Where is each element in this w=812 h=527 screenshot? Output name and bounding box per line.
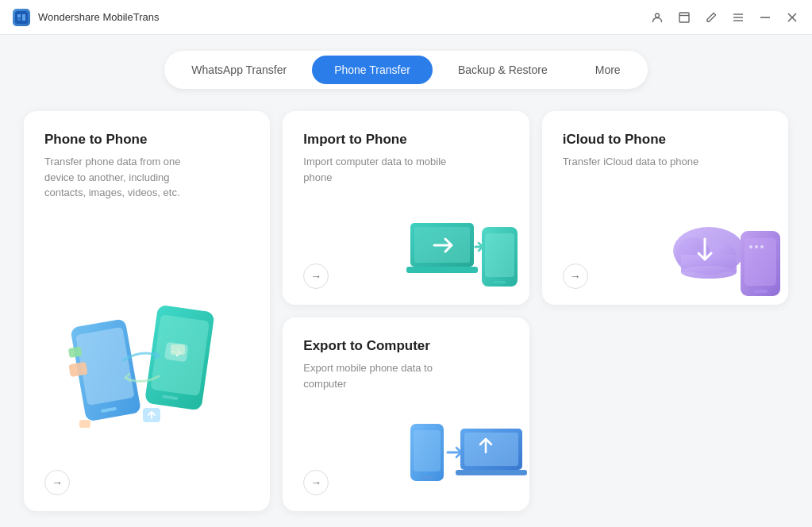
card-phone-to-phone-desc: Transfer phone data from one device to a… bbox=[44, 154, 187, 201]
titlebar-controls bbox=[650, 10, 799, 25]
card-export-arrow[interactable]: → bbox=[303, 470, 329, 495]
svg-rect-40 bbox=[414, 430, 441, 471]
card-export-title: Export to Computer bbox=[303, 338, 508, 354]
import-illustration bbox=[402, 211, 521, 298]
svg-rect-20 bbox=[79, 420, 90, 428]
tab-backup[interactable]: Backup & Restore bbox=[436, 56, 570, 84]
card-icloud-to-phone[interactable]: iCloud to Phone Transfer iCloud data to … bbox=[542, 111, 788, 305]
svg-rect-44 bbox=[456, 470, 527, 475]
svg-rect-19 bbox=[171, 344, 185, 355]
card-icloud-desc: Transfer iCloud data to phone bbox=[563, 154, 706, 170]
card-import-arrow[interactable]: → bbox=[303, 264, 329, 289]
window-icon[interactable] bbox=[677, 10, 691, 25]
svg-rect-24 bbox=[406, 267, 478, 273]
app-icon bbox=[13, 9, 30, 26]
phone-to-phone-illustration bbox=[40, 281, 262, 464]
icloud-illustration bbox=[665, 211, 784, 298]
card-icloud-title: iCloud to Phone bbox=[563, 132, 768, 148]
svg-point-37 bbox=[755, 245, 758, 248]
svg-rect-2 bbox=[679, 13, 689, 22]
card-phone-to-phone[interactable]: Phone to Phone Transfer phone data from … bbox=[24, 111, 270, 511]
card-phone-to-phone-arrow[interactable]: → bbox=[44, 470, 70, 495]
menu-icon[interactable] bbox=[731, 10, 745, 25]
card-export-desc: Export mobile phone data to computer bbox=[303, 360, 446, 391]
svg-rect-41 bbox=[421, 476, 433, 479]
main-content: WhatsApp Transfer Phone Transfer Backup … bbox=[0, 35, 812, 527]
tab-phone[interactable]: Phone Transfer bbox=[312, 56, 433, 84]
card-import-desc: Import computer data to mobile phone bbox=[303, 154, 446, 185]
card-phone-to-phone-title: Phone to Phone bbox=[44, 132, 249, 148]
card-icloud-arrow[interactable]: → bbox=[563, 264, 588, 289]
svg-rect-0 bbox=[15, 11, 28, 24]
svg-rect-34 bbox=[745, 238, 776, 286]
svg-rect-43 bbox=[464, 433, 518, 466]
svg-rect-35 bbox=[753, 290, 768, 293]
export-illustration bbox=[406, 416, 521, 507]
svg-point-38 bbox=[760, 245, 764, 248]
close-icon[interactable] bbox=[785, 10, 799, 25]
edit-icon[interactable] bbox=[704, 10, 718, 25]
tab-whatsapp[interactable]: WhatsApp Transfer bbox=[169, 56, 309, 84]
svg-rect-27 bbox=[493, 281, 506, 283]
svg-point-36 bbox=[749, 245, 752, 248]
svg-point-1 bbox=[656, 13, 660, 17]
titlebar: Wondershare MobileTrans bbox=[0, 0, 812, 35]
card-import-to-phone[interactable]: Import to Phone Import computer data to … bbox=[283, 111, 529, 305]
profile-icon[interactable] bbox=[650, 10, 664, 25]
svg-rect-26 bbox=[485, 233, 514, 277]
titlebar-left: Wondershare MobileTrans bbox=[13, 9, 159, 26]
minimize-icon[interactable] bbox=[758, 10, 772, 25]
nav-tabs: WhatsApp Transfer Phone Transfer Backup … bbox=[164, 51, 647, 89]
card-import-title: Import to Phone bbox=[303, 132, 508, 148]
app-title: Wondershare MobileTrans bbox=[38, 11, 159, 23]
card-export-to-computer[interactable]: Export to Computer Export mobile phone d… bbox=[283, 317, 529, 511]
cards-grid: Phone to Phone Transfer phone data from … bbox=[24, 111, 788, 511]
svg-point-32 bbox=[681, 266, 737, 279]
tab-more[interactable]: More bbox=[573, 56, 643, 84]
